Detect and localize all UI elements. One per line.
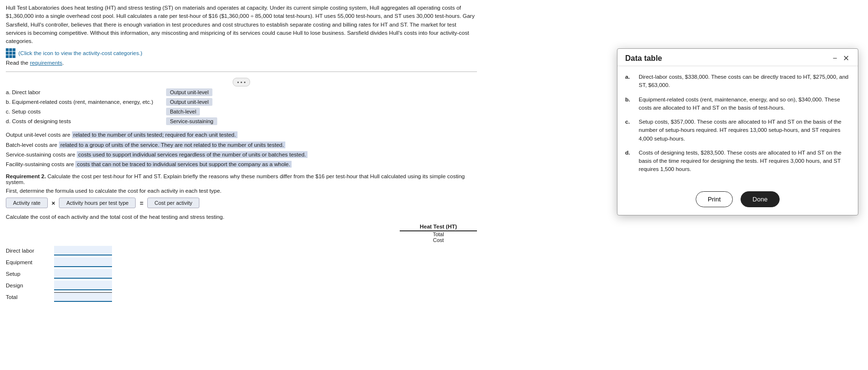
intro-text: Hull Test Laboratories does heat testing… bbox=[6, 4, 477, 45]
modal-letter-c: c. bbox=[625, 118, 634, 143]
ht-col-header: Heat Test (HT) bbox=[400, 224, 477, 231]
modal-minimize-button[interactable]: − bbox=[832, 54, 838, 63]
modal-text-d: Costs of designing tests, $283,500. Thes… bbox=[639, 149, 850, 174]
cost-categories: a. Direct labor Output unit-level b. Equ… bbox=[6, 88, 477, 125]
formula-activity-hours: Activity hours per test type bbox=[59, 198, 136, 208]
modal-titlebar: Data table − ✕ bbox=[617, 49, 858, 66]
divider bbox=[6, 71, 477, 72]
grid-icon[interactable] bbox=[6, 48, 15, 58]
modal-body: a. Direct-labor costs, $338,000. These c… bbox=[617, 66, 858, 186]
modal-footer: Print Done bbox=[617, 186, 858, 215]
ht-label-equipment: Equipment bbox=[6, 259, 54, 265]
ht-label-direct-labor: Direct labor bbox=[6, 248, 54, 254]
ht-input-total[interactable] bbox=[54, 292, 112, 302]
modal-close-button[interactable]: ✕ bbox=[842, 54, 850, 63]
modal-letter-d: d. bbox=[625, 149, 634, 174]
modal-controls: − ✕ bbox=[832, 54, 850, 63]
requirements-link[interactable]: requirements bbox=[30, 60, 62, 66]
read-requirements: Read the requirements. bbox=[6, 60, 477, 66]
ht-row-direct-labor: Direct labor bbox=[6, 246, 477, 256]
ht-total-subheader: Total bbox=[400, 231, 477, 237]
formula-times: × bbox=[52, 199, 56, 207]
ht-label-design: Design bbox=[6, 283, 54, 288]
ht-row-design: Design bbox=[6, 281, 477, 290]
desc-facility: Facility-sustaining costs are costs that… bbox=[6, 160, 477, 169]
data-table-modal: Data table − ✕ a. Direct-labor costs, $3… bbox=[617, 48, 858, 215]
done-button[interactable]: Done bbox=[741, 191, 780, 207]
ht-input-equipment[interactable] bbox=[54, 257, 112, 267]
modal-text-c: Setup costs, $357,000. These costs are a… bbox=[639, 118, 850, 143]
table-subtitle: Calculate the cost of each activity and … bbox=[6, 214, 477, 220]
formula-activity-rate: Activity rate bbox=[6, 198, 48, 208]
modal-item-a: a. Direct-labor costs, $338,000. These c… bbox=[625, 73, 850, 90]
icon-link-row: (Click the icon to view the activity-cos… bbox=[6, 48, 477, 58]
modal-letter-a: a. bbox=[625, 73, 634, 90]
cost-row-a: a. Direct labor Output unit-level bbox=[6, 88, 477, 96]
desc-service: Service-sustaining costs are costs used … bbox=[6, 151, 477, 159]
activity-cost-link[interactable]: (Click the icon to view the activity-cos… bbox=[18, 50, 142, 56]
desc-output-unit: Output unit-level costs are related to t… bbox=[6, 131, 477, 139]
modal-item-c: c. Setup costs, $357,000. These costs ar… bbox=[625, 118, 850, 143]
modal-title: Data table bbox=[625, 54, 662, 63]
formula-cost-per-activity: Cost per activity bbox=[147, 198, 199, 208]
modal-letter-b: b. bbox=[625, 96, 634, 113]
ht-input-setup[interactable] bbox=[54, 269, 112, 279]
desc-batch: Batch-level costs are related to a group… bbox=[6, 141, 477, 149]
descriptions: Output unit-level costs are related to t… bbox=[6, 131, 477, 169]
ellipsis-button[interactable]: • • • bbox=[6, 78, 477, 86]
modal-item-d: d. Costs of designing tests, $283,500. T… bbox=[625, 149, 850, 174]
modal-text-a: Direct-labor costs, $338,000. These cost… bbox=[639, 73, 850, 90]
ht-input-design[interactable] bbox=[54, 281, 112, 290]
ht-input-direct-labor[interactable] bbox=[54, 246, 112, 256]
requirement-section: Requirement 2. Calculate the cost per te… bbox=[6, 173, 477, 302]
modal-text-b: Equipment-related costs (rent, maintenan… bbox=[639, 96, 850, 113]
modal-item-b: b. Equipment-related costs (rent, mainte… bbox=[625, 96, 850, 113]
ht-label-setup: Setup bbox=[6, 271, 54, 277]
formula-row: Activity rate × Activity hours per test … bbox=[6, 198, 477, 208]
cost-row-c: c. Setup costs Batch-level bbox=[6, 108, 477, 115]
req-title: Requirement 2. Calculate the cost per te… bbox=[6, 173, 477, 185]
cost-row-d: d. Costs of designing tests Service-sust… bbox=[6, 117, 477, 125]
ht-row-equipment: Equipment bbox=[6, 257, 477, 267]
formula-subtitle: First, determine the formula used to cal… bbox=[6, 188, 477, 194]
formula-equals: = bbox=[140, 199, 143, 207]
ht-label-total: Total bbox=[6, 294, 54, 300]
ht-row-total: Total bbox=[6, 292, 477, 302]
ht-cost-subheader: Cost bbox=[400, 237, 477, 243]
ht-row-setup: Setup bbox=[6, 269, 477, 279]
cost-row-b: b. Equipment-related costs (rent, mainte… bbox=[6, 98, 477, 106]
print-button[interactable]: Print bbox=[696, 191, 733, 207]
ht-table: Heat Test (HT) Total Cost Direct labor E… bbox=[6, 224, 477, 302]
